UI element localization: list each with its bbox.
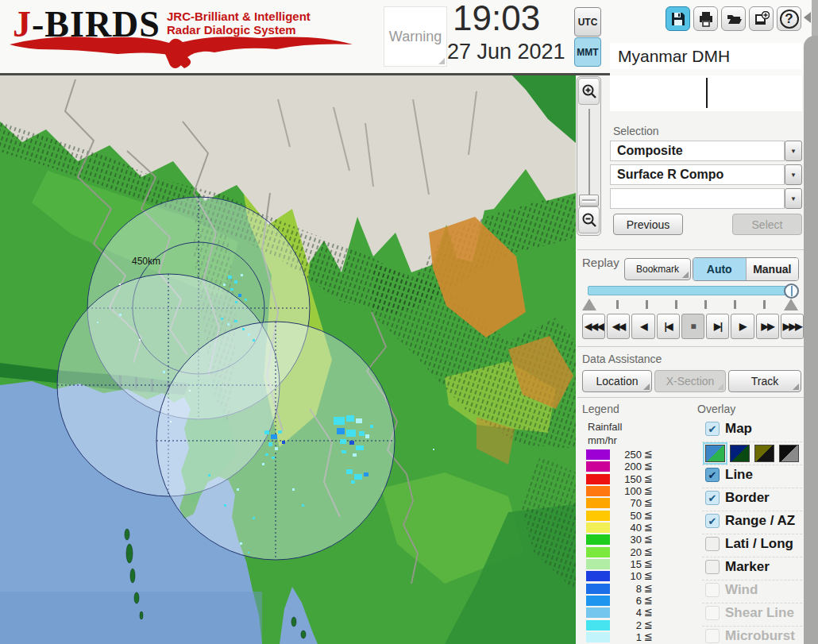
collapse-arrow-icon[interactable] xyxy=(804,12,811,23)
legend-swatch xyxy=(586,486,610,496)
play-button[interactable]: ▶ xyxy=(731,314,754,339)
product-dropdown[interactable]: Surface R Compo xyxy=(610,164,785,185)
play-reverse-button[interactable]: ◀ xyxy=(631,314,654,339)
fast-forward-3x-button[interactable]: ▶▶▶ xyxy=(781,314,804,339)
jbirds-application-window: J-BIRDS JRC-Brilliant & Intelligent Rada… xyxy=(0,0,818,644)
checkbox-border[interactable]: ✔ xyxy=(705,491,720,505)
overlay-item-shear-line[interactable]: Shear Line xyxy=(705,605,804,621)
overlay-item-wind[interactable]: Wind xyxy=(705,582,804,598)
legend-swatch xyxy=(586,498,610,508)
legend-entry: 200≦ xyxy=(582,461,709,472)
checkbox-microburst[interactable] xyxy=(705,629,720,643)
checkbox-wind[interactable] xyxy=(705,583,720,597)
print-button[interactable] xyxy=(693,6,718,31)
terrain-map: 450km xyxy=(0,75,576,644)
warning-button[interactable]: Warning xyxy=(384,6,447,67)
zoom-out-button[interactable] xyxy=(578,206,600,233)
legend-swatch xyxy=(586,584,610,594)
zoom-slider-track[interactable] xyxy=(588,109,590,198)
overlay-item-line[interactable]: ✔ Line xyxy=(705,467,804,483)
checkbox-line[interactable]: ✔ xyxy=(705,468,720,482)
timezone-utc-button[interactable]: UTC xyxy=(574,7,601,37)
menu-fold-icon xyxy=(717,384,723,390)
timezone-mmt-button[interactable]: MMT xyxy=(574,37,601,67)
legend-value: 200 xyxy=(613,461,642,472)
checkbox-range-az[interactable]: ✔ xyxy=(705,514,720,528)
fast-forward-button[interactable]: ▶▶ xyxy=(756,314,779,339)
previous-button[interactable]: Previous xyxy=(613,214,683,235)
manual-mode-button[interactable]: Manual xyxy=(746,258,799,280)
replay-slider-track[interactable] xyxy=(588,286,796,295)
slider-end-marker[interactable] xyxy=(784,299,798,310)
x-section-button[interactable]: X-Section xyxy=(654,370,726,392)
legend-value: 20 xyxy=(613,547,642,557)
overlay-item-marker[interactable]: Marker xyxy=(705,559,804,575)
legend-suffix: ≦ xyxy=(644,607,653,617)
resize-grip-icon xyxy=(438,58,445,64)
legend-suffix: ≦ xyxy=(644,570,653,580)
location-button[interactable]: Location xyxy=(582,370,652,392)
fast-rewind-3x-button[interactable]: ◀◀◀ xyxy=(582,314,605,339)
option-dropdown[interactable] xyxy=(610,188,785,209)
legend-entry: 250≦ xyxy=(582,449,709,460)
overlay-section-label: Overlay xyxy=(697,403,735,415)
legend-value: 10 xyxy=(613,571,642,581)
product-dropdown-arrow[interactable]: ▼ xyxy=(785,164,802,185)
slider-tick xyxy=(646,300,648,309)
legend-swatch xyxy=(586,534,610,545)
legend-value: 6 xyxy=(613,596,642,606)
station-name: Myanmar DMH xyxy=(610,47,730,66)
help-button[interactable]: ? xyxy=(777,6,801,31)
map-style-swatch-3[interactable] xyxy=(754,445,774,462)
map-style-swatch-1[interactable] xyxy=(705,445,725,462)
zoom-in-button[interactable] xyxy=(578,78,600,105)
slider-tick xyxy=(763,300,766,309)
bookmark-button[interactable]: Bookmark xyxy=(624,258,691,280)
overlay-item-border[interactable]: ✔ Border xyxy=(705,490,804,506)
legend-value: 40 xyxy=(613,523,642,533)
overlay-item-range-az[interactable]: ✔ Range / AZ xyxy=(705,513,804,529)
select-button[interactable]: Select xyxy=(732,214,802,235)
overlay-separator xyxy=(702,626,802,627)
option-dropdown-arrow[interactable]: ▼ xyxy=(785,188,802,209)
replay-slider-handle[interactable] xyxy=(784,283,799,299)
fast-rewind-button[interactable]: ◀◀ xyxy=(607,314,630,339)
legend-swatch xyxy=(586,461,610,472)
overlay-item-microburst[interactable]: Microburst xyxy=(705,628,804,644)
step-back-button[interactable]: |◀ xyxy=(657,314,680,339)
checkbox-map[interactable]: ✔ xyxy=(705,422,720,436)
save-button[interactable] xyxy=(666,6,690,31)
open-folder-button[interactable] xyxy=(721,6,746,31)
slider-start-marker[interactable] xyxy=(582,299,596,310)
map-style-swatch-2[interactable] xyxy=(730,445,750,462)
overlay-item-map[interactable]: ✔ Map xyxy=(705,421,804,437)
legend-entry: 15≦ xyxy=(582,559,709,569)
auto-mode-button[interactable]: Auto xyxy=(693,258,746,280)
map-style-swatches xyxy=(705,443,804,464)
checkbox-marker[interactable] xyxy=(705,560,720,574)
slider-tick xyxy=(704,300,707,309)
add-image-button[interactable] xyxy=(749,6,774,31)
track-button[interactable]: Track xyxy=(728,370,801,392)
floppy-save-icon xyxy=(670,11,686,27)
overlay-item-lati-long[interactable]: Lati / Long xyxy=(705,536,804,552)
legend-suffix: ≦ xyxy=(644,485,653,496)
legend-value: 8 xyxy=(613,584,642,594)
add-image-icon xyxy=(754,11,770,27)
legend-value: 2 xyxy=(613,620,642,631)
overlay-separator xyxy=(702,580,802,580)
panel-collapse-bar[interactable] xyxy=(804,36,818,644)
legend-swatch xyxy=(586,547,610,557)
stop-button[interactable]: ■ xyxy=(681,314,704,339)
map-zoom-widget xyxy=(577,76,601,236)
composite-dropdown[interactable]: Composite xyxy=(610,141,785,161)
composite-dropdown-arrow[interactable]: ▼ xyxy=(785,141,802,161)
checkbox-lati-long[interactable] xyxy=(705,537,720,551)
legend-suffix: ≦ xyxy=(644,461,653,471)
map-style-swatch-4[interactable] xyxy=(779,445,799,462)
checkbox-shear-line[interactable] xyxy=(705,606,720,620)
zoom-slider-handle[interactable] xyxy=(579,195,599,206)
radar-map-canvas[interactable]: 450km xyxy=(0,75,576,644)
step-forward-button[interactable]: ▶| xyxy=(706,314,729,339)
legend-entry: 100≦ xyxy=(582,486,709,496)
